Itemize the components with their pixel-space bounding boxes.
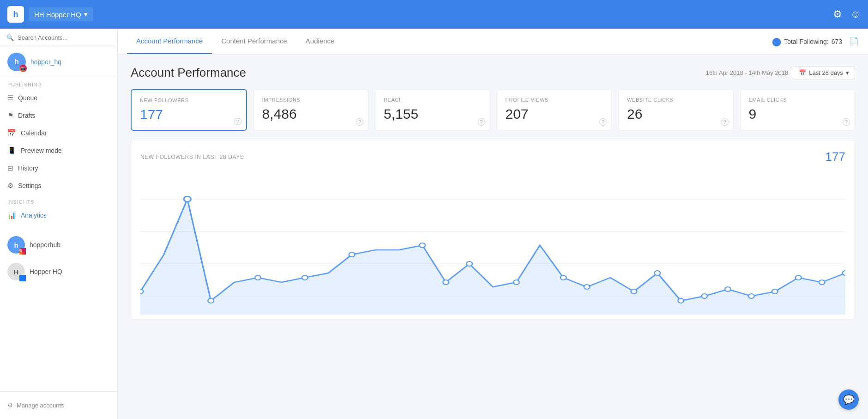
metric-value: 5,155: [384, 106, 482, 122]
chart-dot: [654, 271, 660, 275]
search-icon: 🔍: [6, 34, 14, 41]
sidebar-item-analytics[interactable]: 📊 Analytics: [0, 206, 117, 224]
queue-icon: ☰: [7, 94, 13, 102]
metric-value: 26: [627, 106, 725, 122]
smiley-icon[interactable]: ☺: [850, 8, 861, 20]
tab-audience[interactable]: Audience: [296, 29, 344, 54]
sub-account-hopperhub[interactable]: h ig hopperhub: [0, 231, 117, 258]
sidebar-item-calendar[interactable]: 📅 Calendar: [0, 124, 117, 142]
sub-account-avatar-hq: H f: [7, 263, 25, 280]
metric-card-reach[interactable]: REACH 5,155 ?: [375, 89, 490, 131]
main-area: Account Performance Content Performance …: [118, 29, 868, 419]
layout: 🔍 h 📷 hopper_hq PUBLISHING ☰ Queue ⚑ Dra…: [0, 29, 868, 419]
top-nav: h HH Hopper HQ ▾ ⚙ ☺: [0, 0, 868, 29]
primary-account-avatar: h 📷: [7, 53, 26, 71]
metric-value: 8,486: [262, 106, 360, 122]
chart-dot: [349, 252, 355, 257]
help-icon[interactable]: ?: [478, 118, 485, 126]
date-range-text: 16th Apr 2018 - 14th May 2018: [706, 69, 789, 76]
sub-account-name-hq: Hopper HQ: [30, 268, 62, 275]
help-icon[interactable]: ?: [843, 118, 850, 126]
drafts-icon: ⚑: [7, 111, 13, 120]
metric-value: 177: [140, 107, 238, 122]
sub-account-hopperhq[interactable]: H f Hopper HQ: [0, 258, 117, 285]
settings-nav-icon: ⚙: [7, 182, 13, 190]
sidebar: 🔍 h 📷 hopper_hq PUBLISHING ☰ Queue ⚑ Dra…: [0, 29, 118, 419]
chart-dot: [772, 289, 778, 294]
chart-svg: [140, 171, 845, 319]
chart-dot: [419, 243, 425, 248]
tab-content-performance[interactable]: Content Performance: [212, 29, 296, 54]
help-icon[interactable]: ?: [721, 118, 729, 126]
metric-card-profile-views[interactable]: PROFILE VIEWS 207 ?: [497, 89, 612, 131]
following-dot-icon: ⬤: [772, 36, 781, 47]
chart-dot: [184, 196, 191, 202]
chart-dot: [748, 294, 754, 298]
metric-card-email-clicks[interactable]: EMAIL CLICKS 9 ?: [740, 89, 856, 131]
total-following-value: 673: [832, 38, 842, 45]
metric-card-impressions[interactable]: IMPRESSIONS 8,486 ?: [253, 89, 369, 131]
sidebar-item-history[interactable]: ⊟ History: [0, 159, 117, 177]
tab-account-performance[interactable]: Account Performance: [127, 29, 212, 54]
chart-dot: [561, 275, 567, 280]
chart-dot: [725, 287, 731, 291]
manage-accounts-btn[interactable]: ⚙ Manage accounts: [0, 397, 117, 413]
insights-label: INSIGHTS: [0, 194, 117, 206]
sidebar-item-preview[interactable]: 📱 Preview mode: [0, 142, 117, 159]
history-icon: ⊟: [7, 164, 13, 172]
document-icon[interactable]: 📄: [849, 36, 859, 47]
sidebar-item-label: Analytics: [21, 212, 47, 219]
chart-title: NEW FOLLOWERS IN LAST 28 DAYS: [140, 154, 244, 160]
content-area: Account Performance 16th Apr 2018 - 14th…: [118, 55, 868, 419]
chart-dot: [443, 280, 449, 285]
help-icon[interactable]: ?: [234, 118, 241, 125]
instagram-badge: 📷: [19, 65, 27, 72]
calendar-icon: 📅: [7, 129, 16, 137]
chart-dot: [584, 285, 590, 289]
date-range: 16th Apr 2018 - 14th May 2018 📅 Last 28 …: [706, 66, 855, 79]
chart-dot: [631, 289, 637, 294]
account-switcher[interactable]: HH Hopper HQ ▾: [29, 7, 93, 21]
chart-dot: [796, 275, 802, 280]
chart-dot: [208, 298, 214, 303]
sidebar-item-label: Queue: [18, 94, 37, 102]
hopper-logo: h: [7, 6, 24, 23]
sub-account-avatar: h ig: [7, 236, 25, 254]
help-icon[interactable]: ?: [356, 118, 363, 126]
sidebar-item-label: Preview mode: [21, 147, 62, 154]
chart-header: NEW FOLLOWERS IN LAST 28 DAYS 177: [140, 150, 845, 164]
settings-icon[interactable]: ⚙: [833, 8, 842, 20]
total-following-label: Total Following:: [784, 38, 829, 45]
chart-dot: [843, 271, 845, 275]
metric-card-website-clicks[interactable]: WEBSITE CLICKS 26 ?: [618, 89, 734, 131]
metric-label: PROFILE VIEWS: [506, 97, 603, 103]
metric-card-new-followers[interactable]: NEW FOLLOWERS 177 ?: [131, 89, 247, 131]
metric-value: 207: [506, 106, 603, 122]
sidebar-item-label: History: [18, 164, 38, 172]
chart-area-fill: [140, 199, 845, 315]
page-header: Account Performance 16th Apr 2018 - 14th…: [131, 66, 855, 80]
chart-container: NEW FOLLOWERS IN LAST 28 DAYS 177: [131, 140, 855, 320]
primary-account-item[interactable]: h 📷 hopper_hq: [0, 47, 117, 77]
chevron-down-icon-date: ▾: [846, 69, 849, 76]
top-nav-left: h HH Hopper HQ ▾: [7, 6, 93, 23]
chart-dot: [140, 289, 143, 294]
metric-label: IMPRESSIONS: [262, 97, 360, 103]
chat-icon: 💬: [843, 394, 855, 405]
sidebar-item-settings[interactable]: ⚙ Settings: [0, 177, 117, 194]
sidebar-item-label: Settings: [18, 182, 42, 189]
calendar-icon-btn: 📅: [799, 69, 806, 76]
help-icon[interactable]: ?: [599, 118, 607, 126]
search-input[interactable]: [18, 34, 111, 41]
chat-bubble[interactable]: 💬: [838, 389, 859, 410]
chevron-down-icon: ▾: [84, 10, 88, 18]
sidebar-item-label: Calendar: [21, 129, 47, 137]
sidebar-item-drafts[interactable]: ⚑ Drafts: [0, 107, 117, 124]
chart-dot: [466, 261, 472, 266]
analytics-icon: 📊: [7, 211, 16, 219]
page-title: Account Performance: [131, 66, 246, 80]
sidebar-item-label: Drafts: [18, 112, 35, 119]
date-picker-btn[interactable]: 📅 Last 28 days ▾: [793, 66, 855, 79]
sidebar-item-queue[interactable]: ☰ Queue: [0, 89, 117, 107]
instagram-badge-small: ig: [19, 248, 26, 255]
